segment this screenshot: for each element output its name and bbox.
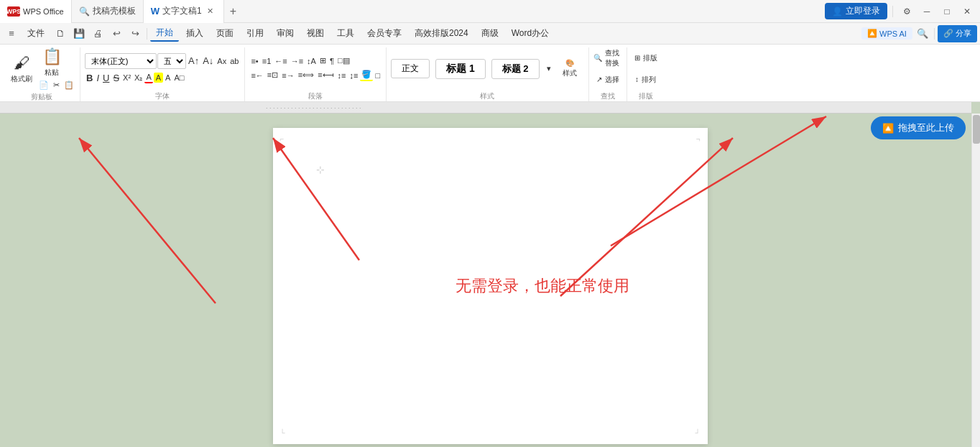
unordered-list-button[interactable]: ≡• xyxy=(249,56,259,66)
settings-button[interactable]: ⚙ xyxy=(898,3,915,20)
distributed-button[interactable]: ≡⟻ xyxy=(316,70,335,80)
show-formatting-button[interactable]: ¶ xyxy=(328,56,336,66)
redo-icon[interactable]: ↪ xyxy=(126,25,144,42)
border-shading-button[interactable]: □▤ xyxy=(336,55,351,66)
select-button[interactable]: ↗ 选择 xyxy=(593,70,622,89)
vertical-scrollbar[interactable] xyxy=(971,114,980,447)
sort-icon: ↕ xyxy=(635,75,639,83)
style-heading2-button[interactable]: 标题 2 xyxy=(491,59,540,79)
login-button[interactable]: 👤 立即登录 xyxy=(825,3,887,19)
clipboard-tools: 🖌 格式刷 📋 粘贴 📄 ✂ 📋 xyxy=(7,47,75,91)
decrease-indent-button[interactable]: ←≡ xyxy=(273,56,288,66)
arrange-button[interactable]: ⊞ 排版 xyxy=(632,49,660,68)
styles-dropdown[interactable]: ▾ xyxy=(545,63,553,74)
find-replace-button[interactable]: 🔍 查找替换 xyxy=(593,49,622,68)
fill-color-button[interactable]: 🪣 xyxy=(360,69,373,81)
tab-close-button[interactable]: ✕ xyxy=(205,6,216,17)
align-right-button[interactable]: ≡→ xyxy=(280,70,295,80)
menu-view[interactable]: 视图 xyxy=(301,26,330,41)
menu-tools[interactable]: 工具 xyxy=(331,26,360,41)
paste-button[interactable]: 📋 粘贴 xyxy=(37,48,66,77)
menu-right-area: 🔼 WPS AI 🔍 🔗 分享 xyxy=(861,25,977,42)
column-button[interactable]: ⊞ xyxy=(318,55,328,66)
new-doc-icon[interactable]: 🗋 xyxy=(52,25,69,42)
wps-logo-tab[interactable]: WPS WPS Office xyxy=(0,0,72,23)
maximize-button[interactable]: □ xyxy=(938,3,956,20)
new-tab-button[interactable]: + xyxy=(224,5,242,18)
menu-file[interactable]: 文件 xyxy=(22,26,50,41)
style-normal-button[interactable]: 正文 xyxy=(391,59,430,78)
line-spacing-button[interactable]: ↕≡ xyxy=(336,70,348,80)
copy-format-button[interactable]: 📋 xyxy=(63,80,75,91)
title-bar-right: 👤 立即登录 ⚙ ─ □ ✕ xyxy=(825,3,980,20)
font-size-select[interactable]: 五号 xyxy=(157,53,186,69)
align-center-button[interactable]: ≡⊡ xyxy=(266,70,279,80)
tab-doc1[interactable]: W 文字文稿1 ✕ xyxy=(144,0,224,23)
phonetic-button[interactable]: ab xyxy=(228,56,240,66)
ribbon: 🖌 格式刷 📋 粘贴 📄 ✂ 📋 剪贴板 末体(正文) xyxy=(0,45,980,102)
menu-insert[interactable]: 插入 xyxy=(180,26,209,41)
corner-marker-bl: └ xyxy=(280,429,285,437)
minimize-button[interactable]: ─ xyxy=(918,3,935,20)
justify-button[interactable]: ≡⟺ xyxy=(297,70,315,80)
ruler-marks: · · · · · · · · · · · · · · · · · · · · … xyxy=(266,104,361,111)
increase-font-button[interactable]: A↑ xyxy=(187,55,200,67)
format-brush-button[interactable]: 🖌 格式刷 xyxy=(7,47,36,91)
wps-ai-label: WPS AI xyxy=(879,29,907,38)
layout-label: 排版 xyxy=(639,91,653,101)
menu-review[interactable]: 审阅 xyxy=(271,26,300,41)
scrollbar-thumb[interactable] xyxy=(973,115,980,144)
align-left-button[interactable]: ≡← xyxy=(249,70,264,80)
menu-layout2024[interactable]: 高效排版2024 xyxy=(409,26,474,41)
close-button[interactable]: ✕ xyxy=(958,3,976,20)
strikethrough-button[interactable]: S xyxy=(111,72,121,84)
menu-vip[interactable]: 会员专享 xyxy=(361,26,407,41)
corner-marker-br: ┘ xyxy=(695,429,700,437)
sort-layout-button[interactable]: ↕ 排列 xyxy=(632,70,660,89)
menu-word-office[interactable]: Word办公 xyxy=(506,26,555,41)
clear-format-button[interactable]: Ax xyxy=(216,56,228,66)
sort-button[interactable]: ↕A xyxy=(305,56,318,66)
font-color-button[interactable]: A xyxy=(144,72,152,83)
menu-page[interactable]: 页面 xyxy=(211,26,239,41)
find-group: 🔍 查找替换 ↗ 选择 查找 xyxy=(589,47,627,101)
superscript-button[interactable]: X² xyxy=(121,73,132,83)
ordered-list-button[interactable]: ≡1 xyxy=(261,56,273,66)
decrease-font-button[interactable]: A↓ xyxy=(201,55,215,67)
upload-icon: 🔼 xyxy=(882,123,894,134)
tab-templates[interactable]: 🔍 找稿壳模板 xyxy=(72,0,144,23)
paragraph-spacing-button[interactable]: ↨≡ xyxy=(348,70,359,80)
increase-indent-button[interactable]: →≡ xyxy=(290,56,305,66)
font-family-select[interactable]: 末体(正文) xyxy=(85,53,157,69)
copy-button[interactable]: 📄 xyxy=(37,80,50,91)
highlight-button[interactable]: A xyxy=(154,73,163,83)
save-icon[interactable]: 💾 xyxy=(70,25,88,42)
bold-button[interactable]: B xyxy=(85,72,94,84)
styles-group: 正文 标题 1 标题 2 ▾ 🎨 样式 样式 xyxy=(387,47,589,101)
hamburger-menu[interactable]: ≡ xyxy=(3,25,20,42)
menu-commercial[interactable]: 商级 xyxy=(476,26,504,41)
italic-button[interactable]: I xyxy=(95,72,101,84)
upload-button[interactable]: 🔼 拖拽至此上传 xyxy=(871,116,966,139)
style-heading1-button[interactable]: 标题 1 xyxy=(435,59,486,79)
subscript-button[interactable]: X₂ xyxy=(133,73,144,83)
wps-ai-button[interactable]: 🔼 WPS AI xyxy=(861,27,912,40)
document-main-text[interactable]: 无需登录，也能正常使用 xyxy=(456,275,629,297)
document-page[interactable]: ⌐ ¬ └ ┘ ⊹ 无需登录，也能正常使用 xyxy=(273,128,708,444)
cut-button[interactable]: ✂ xyxy=(52,80,61,91)
find-icon: 🔍 xyxy=(593,54,602,62)
print-icon[interactable]: 🖨 xyxy=(89,25,106,42)
underline-button[interactable]: U xyxy=(101,72,111,84)
undo-icon[interactable]: ↩ xyxy=(108,25,125,42)
share-button[interactable]: 🔗 分享 xyxy=(938,25,977,42)
find-replace-label: 查找替换 xyxy=(605,48,622,68)
menu-reference[interactable]: 引用 xyxy=(241,26,269,41)
text-effect-button[interactable]: A xyxy=(164,73,172,83)
font-controls: 末体(正文) 五号 A↑ A↓ Ax ab B I U S X² X₂ A A … xyxy=(85,47,240,90)
border-text-button[interactable]: A□ xyxy=(172,73,185,83)
border-button[interactable]: □ xyxy=(374,70,382,80)
menu-home[interactable]: 开始 xyxy=(150,25,179,42)
search-menu-icon[interactable]: 🔍 xyxy=(914,25,931,42)
style-set-button[interactable]: 🎨 样式 xyxy=(555,51,584,87)
paragraph-label: 段落 xyxy=(308,91,323,101)
